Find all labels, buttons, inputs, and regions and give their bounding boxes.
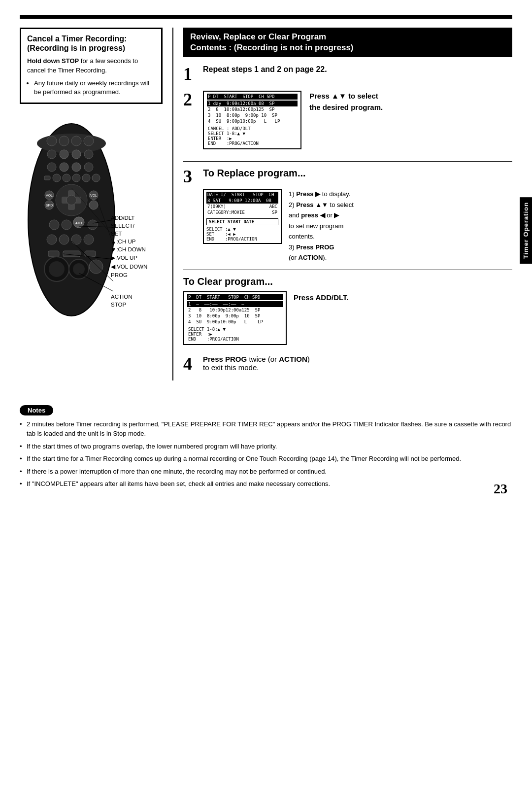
step-2: 2 P DT START STOP CH SPD 1 day 9:00s12:0…	[183, 91, 512, 153]
step-4-text: Press PROG twice (or ACTION)	[203, 355, 512, 363]
svg-point-8	[72, 150, 81, 159]
step-1-text: Repeat steps 1 and 2 on page 22.	[203, 65, 512, 74]
cancel-box: Cancel a Timer Recording: (Recording is …	[20, 28, 163, 104]
step-3-inst-7: (or ACTION).	[289, 253, 512, 263]
replace-menu-3: END :PROG/ACTION	[206, 237, 278, 242]
svg-point-39	[84, 235, 94, 244]
step-3-inst-1: 1) Press ▶ to display.	[289, 189, 512, 199]
svg-point-7	[60, 150, 68, 159]
replace-screen-selected: 8 SAT 9:00P 12:00A 08	[206, 198, 278, 204]
cancel-box-hold-text: Hold down STOP for a few seconds to canc…	[27, 57, 155, 74]
remote-label-list: ADD/DLT SELECT/ SET ▲:CH UP ▼:CH DOWN	[111, 215, 147, 308]
clear-screen-header: P DT START STOP CH SPD	[187, 294, 283, 300]
notes-badge: Notes	[20, 405, 53, 415]
step-1-number: 1	[183, 65, 197, 83]
clear-layout: P DT START STOP CH SPD 1 — ——:—— ——:—— —…	[183, 291, 512, 349]
cancel-bold-text: Hold down STOP	[27, 57, 79, 65]
svg-point-19	[92, 174, 100, 182]
page-wrapper: Cancel a Timer Recording: (Recording is …	[0, 0, 532, 512]
cancel-box-title: Cancel a Timer Recording: (Recording is …	[27, 34, 155, 53]
step-2-screen-row2: 3 10 8:00p 9:00p 10 SP	[207, 112, 298, 118]
cancel-box-list: Any future daily or weekly recordings wi…	[27, 79, 155, 97]
step-3-instructions: 1) Press ▶ to display. 2) Press ▲▼ to se…	[289, 189, 512, 264]
replace-menu-1: SELECT :▲ ▼	[206, 227, 278, 232]
right-column: Review, Replace or Clear Program Content…	[172, 28, 512, 380]
step-1-content: Repeat steps 1 and 2 on page 22.	[203, 65, 512, 77]
replace-screen-menu: SELECT :▲ ▼ SET :◀ ▶ END :PROG/ACTION	[206, 227, 278, 242]
step-3-screen: DATE I/ START STOP CH 8 SAT 9:00P 12:00A…	[203, 189, 282, 244]
remote-label-volup: ▶:VOL UP	[111, 254, 147, 261]
side-tab: Timer Operation	[520, 197, 532, 264]
divider-2	[183, 270, 512, 270]
divider-1	[183, 161, 512, 162]
svg-point-9	[84, 150, 93, 159]
step-2-screen-menu: CANCEL : ADD/DLT SELECT 1-8:▲ ▼ ENTER :▶…	[207, 126, 298, 146]
svg-text:ACT: ACT	[75, 221, 83, 225]
replace-menu-2: SET :◀ ▶	[206, 232, 278, 237]
svg-point-17	[72, 174, 80, 182]
svg-point-4	[71, 136, 81, 146]
svg-point-10	[47, 163, 56, 172]
remote-label-adddlt: ADD/DLT	[111, 215, 147, 221]
step-3-header: To Replace program...	[203, 168, 512, 179]
left-column: Cancel a Timer Recording: (Recording is …	[20, 28, 172, 380]
svg-point-30	[89, 201, 98, 209]
step-3-header-row: 3 To Replace program...	[183, 168, 512, 185]
clear-header: To Clear program...	[183, 276, 512, 287]
step-2-menu-item-3: ENTER :▶	[208, 136, 297, 141]
remote-svg-container: VOL SPD VOL ACT	[20, 114, 158, 327]
replace-screen-row1: 7(09KY)ABC	[206, 204, 278, 209]
svg-point-36	[47, 235, 57, 244]
right-header-title: Review, Replace or Clear Program Content…	[190, 32, 505, 53]
step-3-header-content: To Replace program...	[203, 168, 512, 184]
svg-point-23	[66, 195, 76, 205]
remote-label-chdown: ▼:CH DOWN	[111, 246, 147, 252]
notes-item-3: If the start time for a Timer Recording …	[20, 454, 512, 464]
clear-menu-3: END :PROG/ACTION	[188, 337, 282, 342]
svg-point-32	[62, 220, 71, 230]
step-3-number: 3	[183, 168, 197, 185]
replace-screen: DATE I/ START STOP CH 8 SAT 9:00P 12:00A…	[203, 189, 282, 244]
svg-point-35	[88, 220, 98, 230]
notes-item-2: If the start times of two programs overl…	[20, 442, 512, 451]
svg-point-47	[89, 260, 103, 274]
step-2-press-text: Press ▲▼ to select the desired program.	[309, 91, 383, 113]
notes-list: 2 minutes before Timer recording is perf…	[20, 419, 512, 489]
page-number: 23	[494, 481, 507, 497]
svg-point-16	[63, 174, 70, 182]
replace-screen-box: SELECT START DATE	[206, 218, 278, 225]
clear-screen-row1: 2 8 10:00p12:00a125 SP	[187, 307, 283, 313]
clear-screen-selected: 1 — ——:—— ——:—— —	[187, 301, 283, 307]
remote-label-set: SET	[111, 231, 147, 237]
press-add-text: Press ADD/DLT.	[294, 291, 349, 302]
svg-rect-42	[85, 251, 96, 257]
notes-item-1: 2 minutes before Timer recording is perf…	[20, 419, 512, 439]
cancel-box-bullet: Any future daily or weekly recordings wi…	[34, 79, 155, 97]
step-2-menu-item-4: END :PROG/ACTION	[208, 141, 297, 146]
clear-menu-2: ENTER :▶	[188, 332, 282, 337]
step-4-line2: to exit this mode.	[203, 363, 512, 372]
svg-point-31	[49, 220, 59, 230]
replace-screen-header: DATE I/ START STOP CH	[206, 192, 278, 198]
step-2-content: P DT START STOP CH SPD 1 day 9:00s12:00a…	[203, 91, 512, 153]
notes-section: Notes 2 minutes before Timer recording i…	[20, 400, 512, 489]
remote-area: VOL SPD VOL ACT	[20, 114, 163, 327]
right-header: Review, Replace or Clear Program Content…	[183, 28, 512, 57]
step-2-screen-row3: 4 SU 9:00p10:00p L LP	[207, 118, 298, 124]
step-3-section: 3 To Replace program... DATE I/ START ST…	[183, 168, 512, 264]
svg-point-15	[53, 174, 61, 182]
notes-item-5: If "INCOMPLETE" appears after all items …	[20, 479, 512, 489]
svg-point-18	[82, 174, 90, 182]
remote-label-chup: ▲:CH UP	[111, 239, 147, 244]
remote-label-select: SELECT/	[111, 223, 147, 229]
svg-point-11	[60, 163, 68, 172]
step-2-menu-item-1: CANCEL : ADD/DLT	[208, 126, 297, 131]
svg-rect-41	[63, 251, 80, 257]
remote-label-action: ACTION	[111, 294, 147, 300]
svg-point-2	[47, 136, 57, 146]
svg-text:VOL: VOL	[90, 194, 97, 197]
svg-point-5	[84, 136, 94, 146]
notes-item-4: If there is a power interruption of more…	[20, 467, 512, 477]
clear-screen-row3: 4 SU 9:00p10:00p L LP	[187, 319, 283, 325]
clear-menu-1: SELECT 1-8:▲ ▼	[188, 327, 282, 332]
